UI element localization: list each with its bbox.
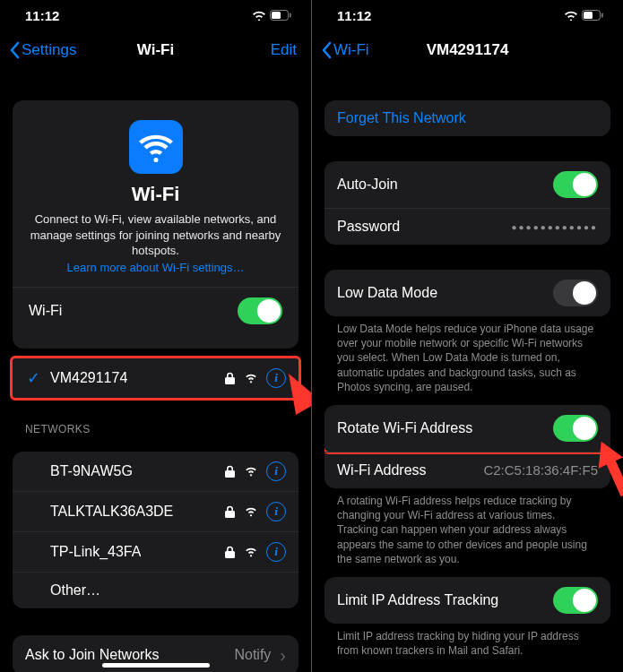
network-name: TP-Link_43FA [50, 544, 141, 560]
wifi-strength-icon [245, 465, 257, 478]
lowdata-toggle[interactable] [553, 280, 598, 306]
wifi-strength-icon [245, 372, 257, 384]
network-name: BT-9NAW5G [50, 463, 133, 479]
back-label: Settings [22, 41, 76, 59]
lowdata-group: Low Data Mode [324, 270, 610, 316]
other-network-row[interactable]: Other… [13, 572, 299, 608]
other-label: Other… [50, 582, 100, 599]
chevron-left-icon [9, 41, 20, 59]
limit-note: Limit IP address tracking by hiding your… [324, 624, 610, 658]
home-indicator[interactable] [102, 663, 210, 668]
lock-icon [223, 372, 236, 384]
forget-network-row[interactable]: Forget This Network [324, 100, 610, 136]
wifi-icon [252, 10, 266, 21]
status-bar: 11:12 [312, 0, 623, 30]
status-icons [564, 10, 603, 21]
hero-learn-more-link[interactable]: Learn more about Wi-Fi settings… [29, 261, 282, 274]
wifi-toggle-label: Wi-Fi [29, 303, 62, 319]
limit-tracking-row: Limit IP Address Tracking [324, 577, 610, 624]
ask-value: Notify [234, 647, 271, 663]
back-label: Wi-Fi [333, 41, 369, 59]
rotate-toggle[interactable] [553, 415, 598, 442]
back-button[interactable]: Settings [9, 41, 76, 59]
password-label: Password [337, 219, 400, 235]
networks-header: Networks [13, 398, 299, 441]
lowdata-label: Low Data Mode [337, 285, 437, 301]
svg-rect-5 [601, 13, 603, 18]
ipv4-header: IPV4 Address [324, 658, 610, 672]
lowdata-note: Low Data Mode helps reduce your iPhone d… [324, 316, 610, 394]
edit-button[interactable]: Edit [271, 41, 302, 59]
wifi-icon [564, 10, 578, 21]
address-group: Rotate Wi-Fi Address Wi-Fi Address C2:C5… [324, 405, 610, 488]
autojoin-row: Auto-Join [324, 161, 610, 208]
lowdata-row: Low Data Mode [324, 270, 610, 316]
status-bar: 11:12 [0, 0, 311, 30]
wifi-strength-icon [245, 546, 257, 558]
network-row[interactable]: TALKTALK36A3DE i [13, 491, 299, 531]
svg-rect-2 [290, 13, 291, 18]
nav-bar: Wi-Fi VM4291174 [312, 30, 623, 70]
hero-desc: Connect to Wi-Fi, view available network… [29, 211, 282, 259]
battery-icon [270, 10, 291, 21]
wifi-toggle[interactable] [238, 297, 282, 324]
wifi-app-icon [129, 120, 183, 174]
status-time: 11:12 [25, 8, 59, 23]
autojoin-label: Auto-Join [337, 177, 398, 193]
nav-bar: Settings Wi-Fi Edit [0, 30, 311, 70]
network-name: VM4291174 [50, 370, 127, 386]
wifi-address-row: Wi-Fi Address C2:C5:18:36:4F:F5 [324, 452, 610, 488]
limit-toggle[interactable] [553, 587, 598, 614]
rotate-note: A rotating Wi-Fi address helps reduce tr… [324, 488, 610, 566]
limit-label: Limit IP Address Tracking [337, 592, 498, 608]
networks-list: BT-9NAW5G i TALKTALK36A3DE i TP-Link_43F… [13, 452, 299, 608]
info-icon[interactable]: i [266, 542, 286, 562]
info-icon[interactable]: i [266, 502, 286, 521]
network-row[interactable]: TP-Link_43FA i [13, 531, 299, 572]
svg-rect-1 [272, 12, 281, 19]
battery-icon [582, 10, 603, 21]
lock-icon [223, 546, 236, 558]
checkmark-icon: ✓ [25, 368, 41, 388]
network-row[interactable]: BT-9NAW5G i [13, 452, 299, 491]
network-name: TALKTALK36A3DE [50, 504, 173, 520]
wifi-strength-icon [245, 505, 257, 518]
hero-card: Wi-Fi Connect to Wi-Fi, view available n… [13, 100, 299, 349]
info-icon[interactable]: i [266, 461, 286, 481]
connected-network-row[interactable]: ✓ VM4291174 i [10, 356, 301, 401]
status-icons [252, 10, 291, 21]
connection-settings: Auto-Join Password ●●●●●●●●●●●● [324, 161, 610, 245]
password-dots: ●●●●●●●●●●●● [512, 222, 598, 232]
ask-label: Ask to Join Networks [25, 647, 159, 663]
wifi-address-value: C2:C5:18:36:4F:F5 [483, 462, 598, 478]
chevron-right-icon: › [280, 645, 286, 666]
screen-network-detail: 11:12 Wi-Fi VM4291174 Forget This Networ… [312, 0, 623, 672]
rotate-label: Rotate Wi-Fi Address [337, 420, 472, 436]
hero-title: Wi-Fi [29, 183, 282, 206]
forget-label: Forget This Network [337, 110, 466, 126]
chevron-left-icon [321, 41, 332, 59]
password-row[interactable]: Password ●●●●●●●●●●●● [324, 208, 610, 245]
svg-rect-4 [584, 12, 593, 19]
back-button[interactable]: Wi-Fi [321, 41, 369, 59]
lock-icon [223, 505, 236, 518]
autojoin-toggle[interactable] [553, 171, 598, 198]
rotate-address-row: Rotate Wi-Fi Address [324, 405, 610, 454]
limit-tracking-group: Limit IP Address Tracking [324, 577, 610, 624]
lock-icon [223, 465, 236, 478]
wifi-address-label: Wi-Fi Address [337, 462, 427, 478]
status-time: 11:12 [337, 8, 371, 23]
screen-wifi-list: 11:12 Settings Wi-Fi Edit Wi-Fi Connect … [0, 0, 311, 672]
